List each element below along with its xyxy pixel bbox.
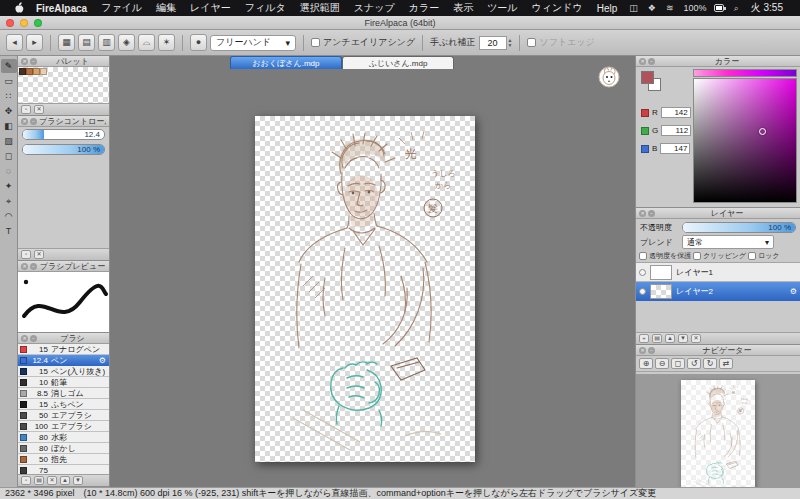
close-icon[interactable]: ✕ bbox=[639, 58, 646, 65]
brush-control-header[interactable]: ✕ − ブラシコントロール bbox=[18, 116, 109, 127]
menu-color[interactable]: カラー bbox=[402, 1, 446, 15]
menu-tool[interactable]: ツール bbox=[480, 1, 524, 15]
layer-visibility-icon[interactable] bbox=[639, 269, 646, 276]
lock-checkbox[interactable] bbox=[748, 252, 756, 260]
gradient-tool-icon[interactable]: ▨ bbox=[1, 134, 17, 148]
canvas-region[interactable]: おおくぼさん.mdp ふじいさん.mdp bbox=[110, 56, 635, 487]
hue-bar[interactable] bbox=[693, 69, 797, 77]
brush-item[interactable]: 50 エアブラシ bbox=[18, 410, 109, 421]
canvas-artboard[interactable]: 光 うしろ から 髪 bbox=[255, 116, 475, 462]
hand-tool-icon[interactable]: ◠ bbox=[1, 209, 17, 223]
menu-filter[interactable]: フィルタ bbox=[238, 1, 293, 15]
layer-down-button[interactable]: ▼ bbox=[678, 334, 688, 343]
brush-shape-icon[interactable]: ● bbox=[190, 34, 207, 51]
palette-swatch[interactable] bbox=[33, 68, 40, 75]
zoom-out-icon[interactable]: ⊖ bbox=[655, 358, 669, 369]
foreground-color-swatch[interactable] bbox=[641, 71, 654, 84]
window-titlebar[interactable]: FireAlpaca (64bit) bbox=[0, 16, 800, 30]
layer-panel-header[interactable]: ✕ − レイヤー bbox=[636, 208, 800, 219]
control-center-icon[interactable]: ❖ bbox=[643, 3, 661, 13]
collapse-icon[interactable]: − bbox=[30, 335, 37, 342]
document-tab[interactable]: ふじいさん.mdp bbox=[342, 56, 454, 69]
layer-row[interactable]: レイヤー1 bbox=[636, 263, 800, 282]
lasso-tool-icon[interactable]: ◌ bbox=[1, 164, 17, 178]
brush-item[interactable]: 15 ふちペン bbox=[18, 399, 109, 410]
collapse-icon[interactable]: − bbox=[30, 118, 37, 125]
menu-view[interactable]: 表示 bbox=[446, 1, 480, 15]
saturation-value-picker[interactable] bbox=[693, 78, 797, 203]
minimize-window-button[interactable] bbox=[20, 19, 28, 27]
close-icon[interactable]: ✕ bbox=[639, 347, 646, 354]
palette-swatch[interactable] bbox=[26, 68, 33, 75]
antialias-checkbox[interactable] bbox=[311, 38, 320, 47]
menu-help[interactable]: Help bbox=[590, 3, 625, 14]
text-tool-icon[interactable]: T bbox=[1, 224, 17, 238]
palette-panel-header[interactable]: ✕ − パレット bbox=[18, 56, 109, 67]
brush-item[interactable]: 15 アナログペン bbox=[18, 344, 109, 355]
collapse-icon[interactable]: − bbox=[30, 58, 37, 65]
brush-folder-button[interactable]: ▤ bbox=[34, 476, 44, 485]
add-brush-button[interactable]: ▫ bbox=[21, 476, 31, 485]
menu-edit[interactable]: 編集 bbox=[149, 1, 183, 15]
brush-item[interactable]: 75 bbox=[18, 465, 109, 474]
blend-mode-select[interactable]: 通常 ▾ bbox=[682, 235, 774, 249]
brush-opacity-slider[interactable]: 100 % bbox=[22, 144, 105, 155]
collapse-icon[interactable]: − bbox=[648, 58, 655, 65]
blue-value[interactable]: 147 bbox=[660, 143, 690, 154]
brush-down-button[interactable]: ▼ bbox=[73, 476, 83, 485]
navigator-header[interactable]: ✕ − ナビゲーター bbox=[636, 345, 800, 356]
menu-window[interactable]: ウィンドウ bbox=[525, 1, 590, 15]
brush-item-selected[interactable]: 12.4 ペン ⚙ bbox=[18, 355, 109, 366]
layer-up-button[interactable]: ▲ bbox=[665, 334, 675, 343]
draw-mode-select[interactable]: フリーハンド ▾ bbox=[210, 35, 296, 51]
navigator-thumbnail[interactable] bbox=[681, 380, 755, 487]
brush-up-button[interactable]: ▲ bbox=[60, 476, 70, 485]
menu-file[interactable]: ファイル bbox=[94, 1, 149, 15]
palette-grid[interactable] bbox=[18, 67, 109, 103]
menu-firealpaca[interactable]: FireAlpaca bbox=[29, 3, 94, 14]
brush-item[interactable]: 15 ペン(入り抜き) bbox=[18, 366, 109, 377]
collapse-icon[interactable]: − bbox=[648, 210, 655, 217]
brush-item[interactable]: 100 エアブラシ bbox=[18, 421, 109, 432]
spotlight-icon[interactable]: ⌕ bbox=[729, 3, 744, 14]
brush-item[interactable]: 80 ぼかし bbox=[18, 443, 109, 454]
brush-list-header[interactable]: ✕ − ブラシ bbox=[18, 333, 109, 344]
magicwand-tool-icon[interactable]: ✦ bbox=[1, 179, 17, 193]
color-picker-cursor[interactable] bbox=[759, 128, 766, 135]
pen-tool-icon[interactable]: ✎ bbox=[1, 59, 17, 73]
delete-layer-button[interactable]: ✕ bbox=[691, 334, 701, 343]
red-value[interactable]: 142 bbox=[661, 107, 691, 118]
eyedropper-tool-icon[interactable]: ⌖ bbox=[1, 194, 17, 208]
brush-item[interactable]: 80 水彩 bbox=[18, 432, 109, 443]
redo-button[interactable]: ▸ bbox=[26, 34, 43, 51]
close-icon[interactable]: ✕ bbox=[21, 58, 28, 65]
add-swatch-button[interactable]: ▫ bbox=[21, 105, 31, 114]
menu-select[interactable]: 選択範囲 bbox=[293, 1, 347, 15]
delete-swatch-button[interactable]: ✕ bbox=[34, 105, 44, 114]
delete-brush-button[interactable]: ✕ bbox=[47, 476, 57, 485]
menu-layer[interactable]: レイヤー bbox=[183, 1, 238, 15]
soft-edge-checkbox[interactable] bbox=[527, 38, 536, 47]
snap-radial-icon[interactable]: ✶ bbox=[158, 34, 175, 51]
snap-cross-icon[interactable]: ▥ bbox=[98, 34, 115, 51]
snap-parallel-icon[interactable]: ▤ bbox=[78, 34, 95, 51]
apple-menu-icon[interactable] bbox=[10, 2, 29, 15]
layer-row-selected[interactable]: レイヤー2 ⚙ bbox=[636, 282, 800, 301]
rotate-left-icon[interactable]: ↺ bbox=[687, 358, 701, 369]
close-icon[interactable]: ✕ bbox=[21, 263, 28, 270]
close-icon[interactable]: ✕ bbox=[21, 118, 28, 125]
navigator-view[interactable] bbox=[636, 374, 800, 487]
snap-concentric-icon[interactable]: ⌓ bbox=[138, 34, 155, 51]
brush-item[interactable]: 8.5 消しゴム bbox=[18, 388, 109, 399]
eraser-tool-icon[interactable]: ▭ bbox=[1, 74, 17, 88]
wifi-icon[interactable]: ≋ bbox=[661, 3, 679, 13]
menu-snap[interactable]: スナップ bbox=[347, 1, 402, 15]
stabilizer-input[interactable] bbox=[479, 36, 507, 50]
palette-swatch[interactable] bbox=[40, 68, 47, 75]
layer-settings-icon[interactable]: ⚙ bbox=[790, 287, 797, 296]
document-tab-active[interactable]: おおくぼさん.mdp bbox=[230, 56, 342, 69]
zoom-window-button[interactable] bbox=[34, 19, 42, 27]
close-window-button[interactable] bbox=[6, 19, 14, 27]
battery-icon[interactable] bbox=[714, 4, 724, 12]
add-folder-button[interactable]: ▤ bbox=[652, 334, 662, 343]
